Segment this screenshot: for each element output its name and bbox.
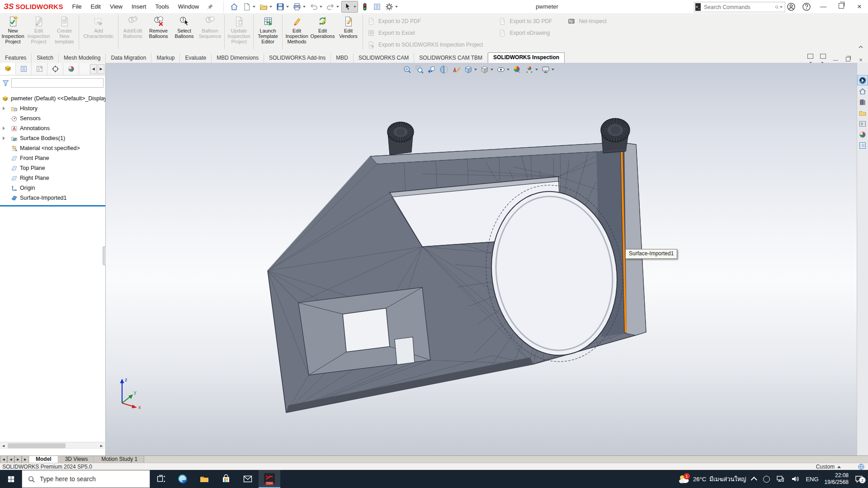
menu-view[interactable]: View (105, 0, 127, 13)
export-edrawing-button[interactable]: Export eDrawing (498, 28, 552, 38)
edit-inspection-project-button[interactable]: Edit Inspection Project (26, 13, 52, 53)
select-balloons-button[interactable]: Select Balloons (171, 13, 197, 53)
edit-appearance-icon[interactable] (512, 65, 523, 75)
ribbon-collapse-icon[interactable] (858, 45, 863, 49)
tree-item-right-plane[interactable]: Right Plane (0, 173, 105, 183)
tray-expand-icon[interactable] (751, 477, 757, 483)
export-excel-button[interactable]: Export to Excel (367, 28, 483, 38)
tree-item-surface-bodies[interactable]: Surface Bodies(1) (0, 133, 105, 143)
net-inspect-button[interactable]: Net-Inspect (567, 17, 606, 26)
close-button[interactable]: × (854, 0, 865, 13)
tree-item-history[interactable]: History (0, 103, 105, 113)
tab-mbd-dimensions[interactable]: MBD Dimensions (212, 53, 264, 63)
units-caret-icon[interactable] (837, 466, 841, 468)
menu-tools[interactable]: Tools (151, 0, 173, 13)
3d-views-tab[interactable]: 3D Views (58, 456, 94, 463)
edge-button[interactable] (172, 470, 193, 488)
tab-mesh-modeling[interactable]: Mesh Modeling (59, 53, 106, 63)
expand-arrow-icon[interactable] (3, 135, 8, 141)
export-3d-pdf-button[interactable]: Export to 3D PDF (498, 17, 552, 26)
model-tab[interactable]: Model (29, 456, 58, 463)
doc-close-icon[interactable]: × (857, 56, 864, 63)
file-explorer-pane-icon[interactable] (857, 108, 868, 118)
displaymanager-tab[interactable] (63, 63, 79, 75)
appearances-scenes-icon[interactable] (857, 129, 868, 140)
tab-evaluate[interactable]: Evaluate (180, 53, 212, 63)
menu-file[interactable]: File (68, 0, 86, 13)
help-icon[interactable] (802, 2, 811, 11)
design-library-icon[interactable] (857, 97, 868, 107)
tree-item-origin[interactable]: Origin (0, 183, 105, 193)
search-commands-input[interactable] (703, 4, 775, 11)
minimize-button[interactable]: — (817, 0, 829, 13)
dimxpertmanager-tab[interactable] (47, 63, 63, 75)
remove-balloons-button[interactable]: Remove Balloons (146, 13, 171, 53)
new-inspection-project-button[interactable]: New Inspection Project (0, 13, 26, 53)
tree-horizontal-scrollbar[interactable]: ◀ ▶ (0, 442, 105, 449)
tab-scroll-last-icon[interactable]: ▶ (22, 456, 29, 463)
tree-item-top-plane[interactable]: Top Plane (0, 163, 105, 173)
new-document-button[interactable] (241, 1, 257, 12)
tab-scroll-first-icon[interactable]: ◀ (0, 456, 7, 463)
open-button[interactable] (258, 1, 274, 12)
start-button[interactable] (0, 470, 22, 488)
menu-insert[interactable]: Insert (127, 0, 151, 13)
view-settings-icon[interactable] (540, 65, 555, 75)
tab-mbd[interactable]: MBD (331, 53, 354, 63)
tab-solidworks-cam-tbm[interactable]: SOLIDWORKS CAM TBM (414, 53, 488, 63)
balloon-sequence-button[interactable]: Balloon Sequence (197, 13, 223, 53)
tab-scroll-prev-icon[interactable]: ◀ (7, 456, 14, 463)
search-commands-box[interactable]: >_ (694, 2, 785, 12)
redo-button[interactable] (325, 1, 340, 12)
tree-filter-input[interactable] (11, 78, 104, 88)
apply-scene-icon[interactable] (524, 65, 539, 75)
edit-vendors-button[interactable]: Edit Vendors (335, 13, 361, 53)
expand-arrow-icon[interactable] (3, 125, 8, 131)
featuremanager-tree-tab[interactable] (0, 63, 16, 75)
select-tool-button[interactable] (341, 1, 358, 13)
home-button[interactable] (228, 1, 240, 12)
pin-menu-icon[interactable] (207, 4, 213, 10)
print-button[interactable] (291, 1, 307, 12)
file-explorer-button[interactable] (193, 470, 215, 488)
network-icon[interactable] (776, 474, 785, 483)
expand-arrow-icon[interactable] (3, 105, 8, 112)
custom-properties-icon[interactable] (857, 140, 868, 150)
tab-solidworks-cam[interactable]: SOLIDWORKS CAM (354, 53, 414, 63)
tab-solidworks-add-ins[interactable]: SOLIDWORKS Add-Ins (264, 53, 331, 63)
graphics-viewport[interactable]: Surface-Imported1 z x y (106, 63, 857, 455)
add-characteristic-button[interactable]: Add Characteristic (80, 13, 117, 53)
edit-inspection-methods-button[interactable]: Edit Inspection Methods (284, 13, 310, 53)
scroll-thumb[interactable] (8, 443, 66, 448)
tree-item-front-plane[interactable]: Front Plane (0, 153, 105, 163)
file-properties-button[interactable] (372, 2, 382, 12)
add-edit-balloons-button[interactable]: Add/Edit Balloons (120, 13, 146, 53)
action-center-button[interactable]: 2 (854, 474, 863, 483)
onedrive-icon[interactable] (763, 476, 770, 483)
task-view-button[interactable] (150, 470, 172, 488)
options-button[interactable] (383, 1, 399, 12)
hide-show-annotations-icon[interactable] (451, 65, 462, 75)
tree-item-sensors[interactable]: Sensors (0, 113, 105, 123)
solidworks-taskbar-button[interactable]: 2024 (259, 470, 280, 488)
taskbar-search-box[interactable]: Type here to search (22, 470, 150, 488)
units-selector[interactable]: Custom (816, 463, 835, 470)
volume-icon[interactable] (791, 474, 800, 483)
doc-restore-icon[interactable] (844, 56, 852, 63)
mail-button[interactable] (237, 470, 259, 488)
tab-markup[interactable]: Markup (151, 53, 180, 63)
zoom-to-area-icon[interactable] (414, 65, 425, 75)
microsoft-store-button[interactable] (215, 470, 237, 488)
undo-button[interactable] (308, 1, 324, 12)
section-view-icon[interactable] (439, 65, 449, 75)
search-icon[interactable] (775, 4, 779, 10)
user-account-icon[interactable] (787, 2, 796, 11)
hide-show-items-icon[interactable] (495, 65, 510, 75)
tab-scroll-next-icon[interactable]: ▶ (14, 456, 22, 463)
language-indicator[interactable]: ENG (806, 476, 818, 483)
restore-button[interactable] (835, 0, 847, 13)
configurationmanager-tab[interactable] (32, 63, 47, 75)
create-new-template-button[interactable]: Create New template (52, 13, 77, 53)
tree-item-surface-imported1[interactable]: Surface-Imported1 (0, 193, 105, 203)
export-2d-pdf-button[interactable]: Export to 2D PDF (367, 17, 483, 26)
